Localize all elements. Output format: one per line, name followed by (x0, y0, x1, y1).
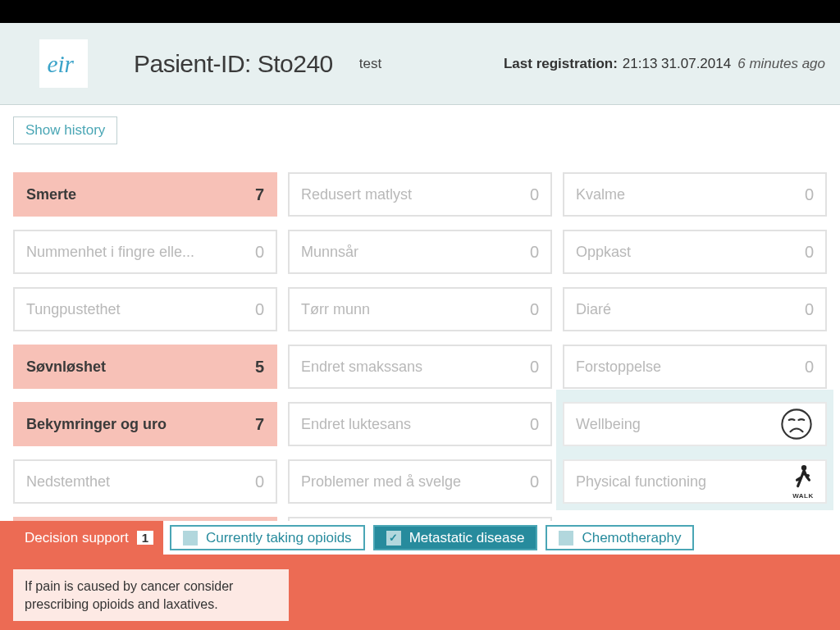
symptom-card[interactable]: Munnsår 0 (288, 230, 552, 274)
symptom-label: Endret smakssans (301, 358, 530, 376)
decision-support-panel: Decision support 1 Currently taking opio… (0, 521, 840, 630)
symptom-card[interactable]: Diaré 0 (563, 287, 827, 331)
wellbeing-label: Wellbeing (576, 416, 779, 433)
symptom-grid: Smerte 7 Redusert matlyst 0 Kvalme 0 Num… (13, 172, 827, 504)
special-panel-wrap: Wellbeing Physical functioning (563, 402, 827, 504)
checkbox-icon (559, 531, 573, 546)
physical-label: Physical functioning (576, 473, 792, 491)
symptom-card[interactable]: Oppkast 0 (563, 230, 827, 274)
physical-functioning-card[interactable]: Physical functioning WALK (563, 459, 827, 504)
decision-note: If pain is caused by cancer consider pre… (13, 569, 289, 621)
symptom-label: Forstoppelse (576, 358, 805, 376)
filter-chemotherapy[interactable]: Chemotheraphy (546, 525, 694, 550)
filter-metastatic[interactable]: ✓ Metastatic disease (373, 525, 538, 550)
filters: Currently taking opioids ✓ Metastatic di… (163, 521, 840, 555)
symptom-value: 0 (530, 472, 539, 491)
symptom-label: Munnsår (301, 244, 530, 261)
filter-label: Metastatic disease (409, 530, 525, 546)
last-reg-ago: 6 minutes ago (737, 56, 825, 72)
last-registration: Last registration: 21:13 31.07.2014 6 mi… (504, 56, 825, 72)
device-statusbar (0, 0, 840, 23)
symptom-label: Problemer med å svelge (301, 473, 530, 491)
symptom-value: 0 (255, 300, 264, 319)
symptom-value: 0 (530, 243, 539, 262)
decision-support-count: 1 (137, 531, 153, 545)
special-panel: Wellbeing Physical functioning (556, 390, 833, 510)
symptom-label: Nedstemthet (26, 473, 255, 491)
symptom-label: Tørr munn (301, 301, 530, 318)
symptom-label: Diaré (576, 301, 805, 318)
symptom-card[interactable]: Endret luktesans 0 (288, 402, 552, 446)
filter-label: Chemotheraphy (582, 530, 681, 546)
symptom-value: 0 (530, 300, 539, 319)
wellbeing-card[interactable]: Wellbeing (563, 402, 827, 446)
symptom-value: 7 (255, 185, 264, 204)
symptom-label: Smerte (26, 186, 255, 203)
filter-row: Decision support 1 Currently taking opio… (0, 521, 840, 555)
symptom-value: 0 (255, 243, 264, 262)
symptom-value: 0 (530, 358, 539, 377)
filter-opioids[interactable]: Currently taking opioids (170, 525, 365, 550)
decision-support-tab[interactable]: Decision support 1 (0, 521, 163, 555)
svg-text:eir: eir (47, 51, 74, 77)
header: eir Pasient-ID: Sto240 test Last registr… (0, 23, 840, 105)
symptom-card[interactable]: Tørr munn 0 (288, 287, 552, 331)
symptom-value: 0 (805, 358, 814, 377)
decision-support-label: Decision support (25, 530, 129, 546)
symptom-label: Nummenhet i fingre elle... (26, 244, 255, 261)
symptom-value: 0 (255, 472, 264, 491)
symptom-card[interactable]: Endret smakssans 0 (288, 345, 552, 389)
patient-id-title: Pasient-ID: Sto240 (134, 50, 333, 78)
content: Show history Smerte 7 Redusert matlyst 0… (0, 105, 840, 523)
symptom-label: Bekymringer og uro (26, 416, 255, 433)
symptom-card[interactable]: Nummenhet i fingre elle... 0 (13, 230, 277, 274)
symptom-card[interactable]: Forstoppelse 0 (563, 345, 827, 389)
symptom-value: 0 (805, 243, 814, 262)
symptom-card[interactable]: Tungpustethet 0 (13, 287, 277, 331)
symptom-value: 7 (255, 415, 264, 434)
app-logo: eir (39, 39, 88, 88)
symptom-label: Redusert matlyst (301, 186, 530, 203)
last-reg-label: Last registration: (504, 56, 618, 72)
symptom-card[interactable]: Redusert matlyst 0 (288, 172, 552, 217)
walk-icon: WALK (792, 464, 814, 500)
symptom-card[interactable]: Bekymringer og uro 7 (13, 402, 277, 446)
symptom-card[interactable]: Kvalme 0 (563, 172, 827, 217)
checkbox-icon (183, 531, 198, 546)
symptom-card[interactable]: Nedstemthet 0 (13, 459, 277, 504)
checkbox-checked-icon: ✓ (386, 531, 401, 546)
walk-text: WALK (792, 492, 814, 500)
sad-face-icon (779, 407, 814, 441)
symptom-label: Søvnløshet (26, 358, 255, 376)
symptom-value: 0 (530, 415, 539, 434)
symptom-label: Tungpustethet (26, 301, 255, 318)
symptom-label: Oppkast (576, 244, 805, 261)
symptom-value: 5 (255, 358, 264, 377)
symptom-value: 0 (530, 185, 539, 204)
symptom-label: Kvalme (576, 186, 805, 203)
symptom-card[interactable]: Søvnløshet 5 (13, 345, 277, 389)
symptom-card[interactable]: Problemer med å svelge 0 (288, 459, 552, 504)
last-reg-time: 21:13 31.07.2014 (623, 56, 731, 72)
symptom-label: Endret luktesans (301, 416, 530, 433)
symptom-value: 0 (805, 300, 814, 319)
symptom-card[interactable]: Smerte 7 (13, 172, 277, 217)
svg-point-1 (782, 409, 810, 438)
patient-subtitle: test (359, 56, 381, 72)
symptom-value: 0 (805, 185, 814, 204)
show-history-button[interactable]: Show history (13, 116, 117, 144)
filter-label: Currently taking opioids (206, 530, 352, 546)
